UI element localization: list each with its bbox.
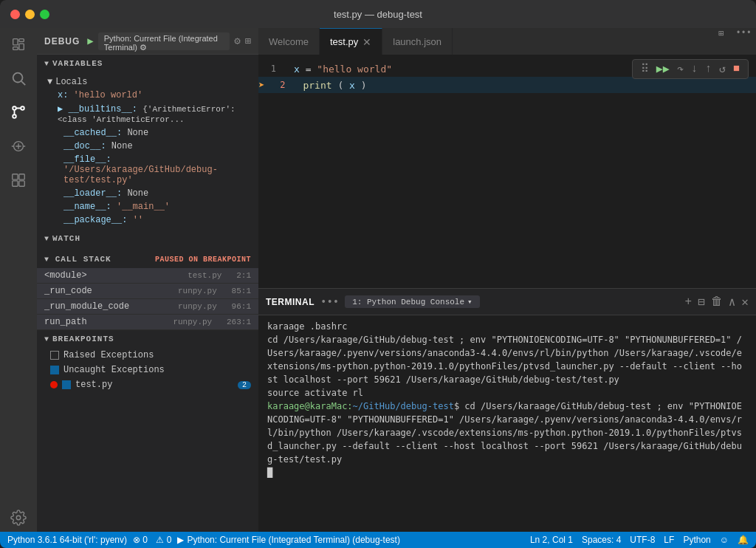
status-errors[interactable]: ⊗ 0 ⚠ 0	[133, 535, 171, 545]
locals-header[interactable]: ▼ Locals	[37, 75, 258, 89]
minimize-button[interactable]	[25, 10, 35, 19]
svg-rect-3	[13, 47, 18, 50]
terminal-maximize-icon[interactable]: ∧	[729, 295, 736, 309]
stack-item-module[interactable]: <module> test.py 2:1	[37, 268, 258, 284]
stack-item-run-code[interactable]: _run_code runpy.py 85:1	[37, 284, 258, 299]
terminal-tabs: TERMINAL ••• 1: Python Debug Console ▾ +…	[258, 289, 756, 315]
debug-step-over-btn[interactable]: ↷	[675, 62, 686, 76]
call-stack-header[interactable]: ▼ CALL STACK PAUSED ON BREAKPOINT	[37, 250, 258, 268]
debug-continue-icon[interactable]: ▶▶	[654, 62, 672, 76]
tab-welcome-label: Welcome	[269, 36, 309, 47]
breakpoints-label: BREAKPOINTS	[52, 335, 114, 343]
variables-triangle: ▼	[44, 60, 49, 68]
svg-point-16	[16, 516, 21, 520]
terminal-close-icon[interactable]: ✕	[741, 295, 749, 309]
bp-uncaught-check[interactable]	[50, 366, 59, 374]
status-line-ending[interactable]: LF	[664, 535, 674, 545]
bp-file: test.py 2	[37, 377, 258, 392]
status-right: Ln 2, Col 1 Spaces: 4 UTF-8 LF Python ☺ …	[530, 535, 749, 545]
bp-uncaught: Uncaught Exceptions	[37, 363, 258, 377]
tab-close-icon[interactable]: ✕	[362, 37, 371, 47]
status-python-version[interactable]: Python 3.6.1 64-bit ('rl': pyenv)	[7, 535, 127, 545]
status-line-col[interactable]: Ln 2, Col 1	[530, 535, 573, 545]
debug-settings-icon[interactable]: ⚙	[234, 35, 240, 47]
tab-welcome[interactable]: Welcome	[258, 28, 320, 55]
variables-content: ▼ Locals x: 'hello world' ▶ __builtins__…	[37, 72, 258, 230]
activity-settings-icon[interactable]	[8, 511, 29, 532]
term-cursor-line: █	[267, 466, 747, 479]
debug-restart-btn[interactable]: ↺	[717, 62, 728, 76]
paused-badge: PAUSED ON BREAKPOINT	[155, 256, 251, 264]
code-line-2: ➤ 2 print ( x )	[258, 77, 756, 93]
debug-step-into-btn[interactable]: ↓	[689, 63, 700, 75]
activity-extensions-icon[interactable]	[8, 170, 29, 191]
debug-run-button[interactable]: ▶	[87, 35, 93, 47]
svg-rect-15	[19, 181, 24, 186]
sidebar: DEBUG ▶ Python: Current File (Integrated…	[37, 28, 258, 532]
activity-debug-icon[interactable]	[8, 136, 29, 157]
window-title: test.py — debug-test	[334, 9, 422, 20]
bp-count: 2	[238, 381, 251, 389]
window-controls[interactable]	[10, 10, 49, 19]
close-button[interactable]	[10, 10, 20, 19]
watch-header[interactable]: ▼ WATCH	[37, 230, 258, 247]
tab-launch-json[interactable]: launch.json	[382, 28, 453, 55]
term-line-1: karaage .bashrc	[267, 320, 747, 333]
split-editor-icon[interactable]: ⊞	[711, 28, 731, 55]
terminal-container: TERMINAL ••• 1: Python Debug Console ▾ +…	[258, 288, 756, 532]
debug-label: DEBUG	[44, 36, 80, 47]
terminal-add-icon[interactable]: +	[684, 295, 692, 309]
status-left: Python 3.6.1 64-bit ('rl': pyenv) ⊗ 0 ⚠ …	[7, 535, 400, 545]
term-line-2: cd /Users/karaage/GitHub/debug-test ; en…	[267, 333, 747, 386]
debug-action-toolbar: ⠿ ▶▶ ↷ ↓ ↑ ↺ ■	[632, 59, 749, 79]
debug-step-over-icon[interactable]: ⠿	[639, 62, 651, 76]
var-doc: __doc__: None	[37, 140, 258, 153]
svg-rect-13	[19, 174, 24, 179]
line-content-2: print ( x )	[297, 80, 756, 91]
terminal-trash-icon[interactable]: 🗑	[711, 295, 723, 309]
var-package: __package__: ''	[37, 213, 258, 227]
terminal-console-label: 1: Python Debug Console	[352, 298, 464, 306]
activity-bar	[0, 28, 37, 532]
status-spaces[interactable]: Spaces: 4	[582, 535, 621, 545]
svg-rect-2	[19, 44, 24, 49]
status-language[interactable]: Python	[683, 535, 710, 545]
activity-explorer-icon[interactable]	[8, 34, 29, 55]
debug-step-out-btn[interactable]: ↑	[703, 63, 714, 75]
terminal-split-icon[interactable]: ⊟	[698, 295, 705, 309]
activity-search-icon[interactable]	[8, 68, 29, 89]
watch-label: WATCH	[52, 234, 80, 243]
variables-label: VARIABLES	[52, 59, 103, 68]
terminal-console-selector[interactable]: 1: Python Debug Console ▾	[345, 295, 479, 308]
breakpoints-header[interactable]: ▼ BREAKPOINTS	[37, 330, 258, 348]
tab-more-icon[interactable]: •••	[731, 28, 756, 55]
term-line-4: karaage@karaMac:~/GitHub/debug-test$ cd …	[267, 400, 747, 466]
bp-file-check[interactable]	[62, 380, 71, 389]
bp-raised-check[interactable]	[50, 351, 59, 360]
status-run-config[interactable]: ▶ Python: Current File (Integrated Termi…	[177, 535, 400, 545]
terminal-console-chevron: ▾	[467, 297, 472, 306]
svg-point-7	[21, 106, 24, 110]
terminal-label: TERMINAL	[266, 297, 315, 307]
status-smiley-icon[interactable]: ☺	[720, 535, 729, 545]
variables-section: ▼ VARIABLES ▼ Locals x: 'hello world' ▶ …	[37, 55, 258, 230]
activity-git-icon[interactable]	[8, 102, 29, 123]
status-bell-icon[interactable]: 🔔	[738, 535, 749, 545]
debug-config-selector[interactable]: Python: Current File (Integrated Termina…	[98, 32, 230, 50]
stack-item-run-module-code[interactable]: _run_module_code runpy.py 96:1	[37, 299, 258, 315]
terminal-body[interactable]: karaage .bashrc cd /Users/karaage/GitHub…	[258, 315, 756, 532]
tab-test-py-label: test.py	[330, 36, 358, 47]
tab-test-py[interactable]: test.py ✕	[320, 28, 382, 55]
status-encoding[interactable]: UTF-8	[630, 535, 655, 545]
debug-stop-btn[interactable]: ■	[731, 63, 742, 75]
terminal-more-icon[interactable]: •••	[320, 296, 339, 308]
variables-header[interactable]: ▼ VARIABLES	[37, 55, 258, 72]
var-loader: __loader__: None	[37, 187, 258, 200]
editor-area: ⠿ ▶▶ ↷ ↓ ↑ ↺ ■ 1 x = "hello world"	[258, 55, 756, 288]
debug-split-icon[interactable]: ⊞	[245, 35, 251, 47]
stack-item-run-path[interactable]: run_path runpy.py 263:1	[37, 315, 258, 330]
tab-launch-json-label: launch.json	[393, 36, 441, 47]
svg-point-4	[13, 73, 23, 83]
maximize-button[interactable]	[40, 10, 49, 19]
bp-raised: Raised Exceptions	[37, 348, 258, 363]
